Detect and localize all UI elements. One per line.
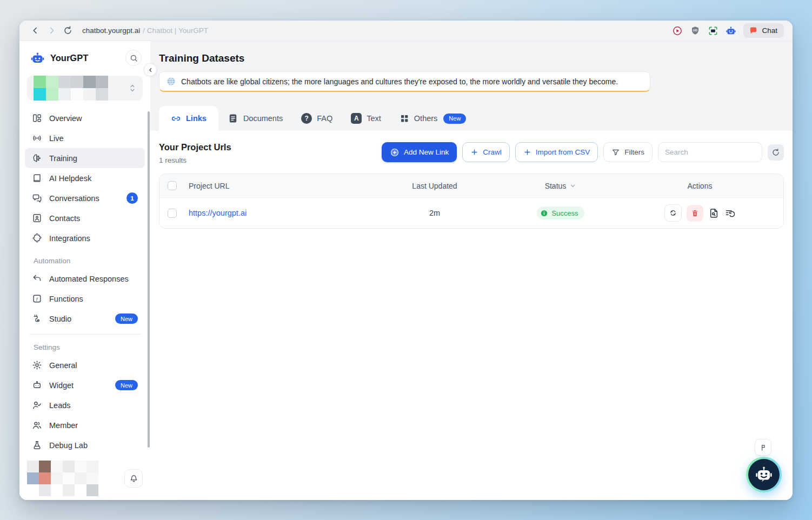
tab-faq[interactable]: ? FAQ — [292, 106, 342, 131]
sidebar-item-label: Live — [49, 134, 64, 143]
sidebar-item-live[interactable]: Live — [25, 128, 145, 148]
sidebar-item-automated-responses[interactable]: Automated Responses — [25, 269, 145, 289]
brand-name: YourGPT — [50, 53, 88, 63]
tab-documents[interactable]: Documents — [218, 106, 292, 131]
page-title: Training Datasets — [159, 52, 793, 64]
main-content: Training Datasets Chatbots are like glob… — [150, 41, 793, 500]
sidebar-item-ai-helpdesk[interactable]: AI Helpdesk — [25, 168, 145, 188]
filters-button[interactable]: Filters — [603, 142, 653, 162]
delete-link-button[interactable] — [687, 205, 703, 222]
sidebar-item-label: Integrations — [49, 234, 90, 243]
sidebar-item-leads[interactable]: Leads — [25, 395, 145, 415]
notifications-button[interactable] — [124, 469, 143, 488]
yourgpt-extension-robot-icon[interactable] — [726, 25, 736, 36]
retrain-history-icon — [724, 208, 736, 219]
yourgpt-logo-icon — [30, 51, 45, 65]
search-input[interactable] — [658, 142, 762, 162]
section-title: Your Project Urls — [159, 142, 231, 152]
user-account-row[interactable] — [19, 455, 150, 500]
sync-link-button[interactable] — [664, 204, 682, 222]
refresh-icon — [771, 148, 780, 157]
gear-icon — [32, 360, 42, 370]
screen-capture-icon[interactable] — [708, 25, 718, 36]
tab-others[interactable]: Others New — [390, 106, 476, 131]
tab-label: FAQ — [317, 114, 332, 123]
tab-label: Others — [414, 114, 438, 123]
import-from-csv-label: Import from CSV — [536, 148, 590, 156]
chat-extension-button[interactable]: Chat — [743, 23, 784, 38]
address-bar[interactable]: chatbot.yourgpt.ai / Chatbot | YourGPT — [82, 26, 208, 35]
retrain-history-button[interactable] — [724, 208, 736, 219]
workspace-name-redacted — [34, 76, 108, 101]
status-badge: Success — [537, 206, 584, 219]
sidebar-item-studio[interactable]: Studio New — [25, 309, 145, 329]
browser-window: chatbot.yourgpt.ai / Chatbot | YourGPT U… — [19, 21, 793, 500]
add-new-link-button[interactable]: Add New Link — [382, 142, 457, 162]
others-new-badge: New — [443, 114, 466, 124]
sidebar-item-debug-lab[interactable]: Debug Lab — [25, 435, 145, 455]
chat-bubble-icon — [749, 26, 758, 35]
sidebar-item-widget[interactable]: Widget New — [25, 375, 145, 395]
conversations-icon — [32, 193, 42, 203]
play-circle-icon[interactable] — [672, 25, 683, 36]
sidebar-collapse-button[interactable] — [144, 63, 157, 76]
workspace-selector[interactable] — [27, 76, 143, 101]
import-from-csv-button[interactable]: Import from CSV — [515, 142, 598, 162]
url-host: chatbot.yourgpt.ai — [82, 26, 140, 35]
tab-links[interactable]: Links — [159, 106, 218, 131]
sidebar-item-contacts[interactable]: Contacts — [25, 208, 145, 228]
user-name-redacted — [27, 461, 98, 496]
crawl-button[interactable]: Crawl — [462, 142, 510, 162]
sidebar-item-conversations[interactable]: Conversations 1 — [25, 188, 145, 208]
text-icon: A — [351, 113, 362, 124]
links-icon — [171, 114, 181, 124]
sidebar-scrollbar[interactable] — [148, 111, 150, 448]
tab-label: Links — [186, 114, 207, 123]
tab-text[interactable]: A Text — [342, 106, 390, 131]
select-all-checkbox[interactable] — [168, 181, 177, 190]
sidebar-item-training[interactable]: Training — [25, 148, 145, 168]
sidebar-item-label: Conversations — [49, 194, 99, 203]
plus-icon — [523, 148, 531, 156]
forward-button[interactable] — [44, 24, 58, 38]
chat-extension-label: Chat — [762, 26, 777, 35]
back-button[interactable] — [28, 24, 42, 38]
sidebar-item-label: Contacts — [49, 214, 80, 223]
sidebar-item-member[interactable]: Member — [25, 415, 145, 435]
sync-icon — [669, 209, 677, 217]
globe-icon — [166, 76, 176, 86]
tab-label: Documents — [243, 114, 283, 123]
refresh-list-button[interactable] — [768, 144, 784, 161]
sidebar-item-functions[interactable]: ƒ Functions — [25, 289, 145, 309]
chevron-up-down-icon — [129, 84, 136, 92]
chevron-left-icon — [148, 67, 154, 73]
filter-funnel-icon — [611, 148, 620, 157]
project-url-link[interactable]: https://yourgpt.ai — [184, 209, 247, 217]
functions-icon: ƒ — [32, 294, 42, 304]
feedback-flag-button[interactable] — [755, 439, 771, 456]
chat-widget-launcher[interactable] — [746, 457, 782, 492]
ublock-shield-icon[interactable]: UO — [690, 25, 701, 36]
column-header-status[interactable]: Status — [505, 182, 616, 190]
integrations-icon — [32, 233, 42, 243]
sidebar-item-general[interactable]: General — [25, 355, 145, 375]
chevron-down-icon — [569, 182, 576, 189]
sidebar-item-overview[interactable]: Overview — [25, 108, 145, 128]
studio-new-badge: New — [115, 314, 138, 324]
studio-plug-icon — [32, 314, 42, 324]
sidebar-item-integrations[interactable]: Integrations — [25, 228, 145, 248]
column-header-actions: Actions — [616, 182, 783, 190]
contacts-icon — [32, 213, 42, 223]
sidebar-item-label: Leads — [49, 401, 71, 410]
reload-button[interactable] — [61, 24, 75, 38]
row-checkbox[interactable] — [168, 209, 177, 218]
last-updated-value: 2m — [364, 209, 505, 217]
sidebar: YourGPT Overview Live — [19, 41, 150, 500]
sidebar-search-button[interactable] — [125, 50, 142, 66]
inspect-pages-button[interactable] — [708, 208, 720, 219]
chevron-left-icon — [30, 25, 41, 36]
faq-icon: ? — [301, 113, 312, 124]
sidebar-item-label: Functions — [49, 295, 83, 303]
status-label: Success — [551, 209, 578, 217]
sidebar-item-label: Training — [49, 154, 77, 163]
